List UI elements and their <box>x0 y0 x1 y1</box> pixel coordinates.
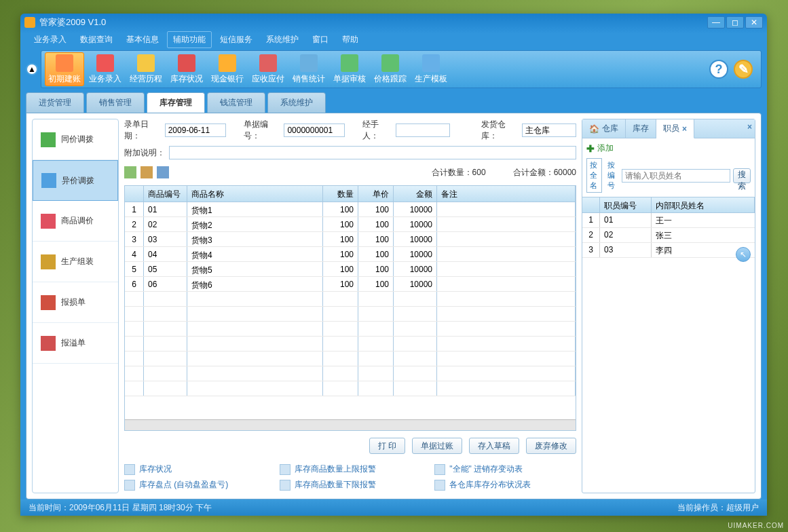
table-row[interactable]: 606货物610010010000 <box>125 277 576 292</box>
right-tab-0[interactable]: 🏠仓库 <box>582 119 626 138</box>
menu-item-3[interactable]: 辅助功能 <box>167 31 212 48</box>
table-row-empty[interactable] <box>125 337 576 352</box>
panel-close-icon[interactable]: × <box>747 122 752 132</box>
grid-header-0[interactable] <box>125 186 144 202</box>
quick-link-1[interactable]: 库存商品数量上限报警 <box>280 463 421 475</box>
right-tab-1[interactable]: 库存 <box>626 119 656 138</box>
scroll-up-icon[interactable]: ↖ <box>736 247 751 262</box>
toolbar-item-9[interactable]: 生产模板 <box>411 52 451 86</box>
table-row-empty[interactable] <box>125 292 576 307</box>
watermark: UIMAKER.COM <box>728 522 784 529</box>
table-row[interactable]: 303货物310010010000 <box>125 232 576 247</box>
grid-header-1[interactable]: 商品编号 <box>144 186 187 202</box>
staff-row[interactable]: 101王一 <box>582 213 755 228</box>
menu-item-7[interactable]: 帮助 <box>337 32 364 48</box>
table-row-empty[interactable] <box>125 322 576 337</box>
sidebar-icon <box>41 173 56 188</box>
quick-link-2[interactable]: "全能" 进销存变动表 <box>434 463 576 475</box>
post-button[interactable]: 单据过账 <box>412 438 462 454</box>
globe-icon[interactable]: ✎ <box>734 60 753 79</box>
table-row-empty[interactable] <box>125 352 576 366</box>
toolbar-item-1[interactable]: 业务录入 <box>86 52 125 86</box>
toolbar-item-2[interactable]: 经营历程 <box>126 52 166 86</box>
quick-link-3[interactable]: 库存盘点 (自动盘盈盘亏) <box>124 479 266 491</box>
rp-header-0[interactable] <box>582 197 600 212</box>
search-button[interactable]: 搜索 <box>733 168 751 183</box>
rp-header-1[interactable]: 职员编号 <box>600 197 652 212</box>
page-tab-0[interactable]: 进货管理 <box>26 92 84 113</box>
warehouse-input[interactable] <box>522 124 576 137</box>
toolbar-item-3[interactable]: 库存状况 <box>167 52 206 86</box>
horizontal-scrollbar[interactable] <box>125 419 576 430</box>
rp-header-2[interactable]: 内部职员姓名 <box>652 197 755 212</box>
print-button[interactable]: 打 印 <box>369 438 405 454</box>
quick-link-0[interactable]: 库存状况 <box>124 463 266 475</box>
sidebar-icon <box>41 254 56 269</box>
page-tab-4[interactable]: 系统维护 <box>267 92 326 113</box>
right-tab-2[interactable]: 职员× <box>656 119 694 138</box>
handler-input[interactable] <box>396 124 450 137</box>
table-row-empty[interactable] <box>125 366 576 381</box>
sidebar-item-2[interactable]: 商品调价 <box>33 201 118 242</box>
menu-item-4[interactable]: 短信服务 <box>214 32 258 48</box>
toolbar-icon <box>178 54 195 72</box>
menu-item-6[interactable]: 窗口 <box>307 32 334 48</box>
save-draft-button[interactable]: 存入草稿 <box>469 438 519 454</box>
page-tab-1[interactable]: 销售管理 <box>86 92 145 113</box>
date-input[interactable] <box>165 124 226 137</box>
table-row[interactable]: 404货物410010010000 <box>125 247 576 262</box>
toolbar-item-4[interactable]: 现金银行 <box>208 52 247 86</box>
staff-row[interactable]: 303李四 <box>582 243 755 258</box>
toolbar-icon <box>341 54 358 72</box>
sidebar-item-0[interactable]: 同价调拨 <box>33 119 118 160</box>
sidebar-icon <box>41 336 56 351</box>
grid-icon-1[interactable] <box>124 166 136 178</box>
maximize-button[interactable]: ◻ <box>726 16 744 28</box>
note-input[interactable] <box>169 146 576 159</box>
discard-button[interactable]: 废弃修改 <box>526 438 576 454</box>
staff-search-input[interactable] <box>622 169 730 183</box>
status-user-label: 当前操作员： <box>677 503 726 512</box>
add-button[interactable]: ✚添加 <box>582 138 755 158</box>
table-row-empty[interactable] <box>125 307 576 322</box>
minimize-button[interactable]: — <box>707 16 725 28</box>
person-icon[interactable] <box>157 166 169 178</box>
table-row[interactable]: 505货物510010010000 <box>125 262 576 277</box>
grid-icon-2[interactable] <box>140 166 153 178</box>
toolbar-item-8[interactable]: 价格跟踪 <box>371 52 410 86</box>
toolbar-item-6[interactable]: 销售统计 <box>289 52 329 86</box>
sidebar-item-1[interactable]: 异价调拨 <box>33 160 118 201</box>
grid-header-6[interactable]: 备注 <box>437 186 576 202</box>
tab-close-icon[interactable]: × <box>682 124 687 134</box>
grid-header-3[interactable]: 数量 <box>323 186 358 202</box>
table-row[interactable]: 202货物210010010000 <box>125 217 576 232</box>
page-tab-2[interactable]: 库存管理 <box>147 92 205 113</box>
filter-by-name-button[interactable]: 按全名 <box>586 158 602 193</box>
toolbar-item-0[interactable]: 初期建账 <box>45 52 84 86</box>
page-tab-3[interactable]: 钱流管理 <box>207 92 265 113</box>
grid-header-4[interactable]: 单价 <box>358 186 394 202</box>
menu-item-0[interactable]: 业务录入 <box>29 32 72 48</box>
quick-link-4[interactable]: 库存商品数量下限报警 <box>280 479 421 491</box>
sidebar-item-3[interactable]: 生产组装 <box>33 242 118 282</box>
grid-header-5[interactable]: 金额 <box>394 186 437 202</box>
docno-input[interactable] <box>284 124 345 137</box>
filter-by-id-button[interactable]: 按编号 <box>605 159 619 192</box>
staff-row[interactable]: 202张三 <box>582 228 755 243</box>
menu-item-5[interactable]: 系统维护 <box>261 32 304 48</box>
quick-link-5[interactable]: 各仓库库存分布状况表 <box>434 479 576 491</box>
toolbar-collapse-button[interactable]: ▲ <box>26 63 38 75</box>
table-row-empty[interactable] <box>125 381 576 396</box>
toolbar-item-5[interactable]: 应收应付 <box>248 52 288 86</box>
toolbar-item-7[interactable]: 单据审核 <box>330 52 369 86</box>
table-row[interactable]: 101货物110010010000 <box>125 202 576 217</box>
close-button[interactable]: ✕ <box>745 16 763 28</box>
menu-item-2[interactable]: 基本信息 <box>121 32 164 48</box>
help-icon[interactable]: ? <box>709 60 728 79</box>
total-amt-label: 合计金额： <box>513 168 554 177</box>
grid-header-2[interactable]: 商品名称 <box>187 186 323 202</box>
menu-item-1[interactable]: 数据查询 <box>75 32 118 48</box>
left-sidebar: 同价调拨异价调拨商品调价生产组装报损单报溢单 <box>32 119 119 493</box>
sidebar-item-4[interactable]: 报损单 <box>33 282 118 323</box>
sidebar-item-5[interactable]: 报溢单 <box>33 323 118 364</box>
